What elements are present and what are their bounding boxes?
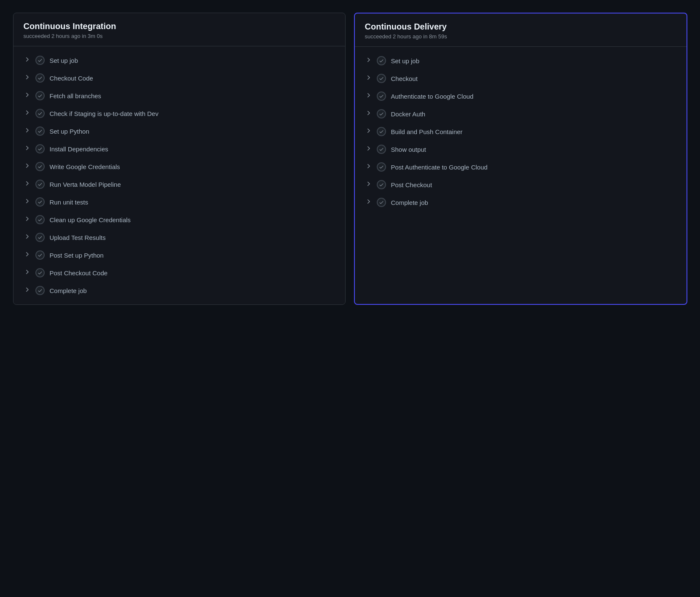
cd-steps-list: Set up job Checkout Authenticate to Goog…: [355, 47, 687, 216]
step-label: Check if Staging is up-to-date with Dev: [50, 110, 158, 117]
chevron-right-icon: [24, 233, 30, 242]
chevron-right-icon: [24, 145, 30, 153]
step-item[interactable]: Post Checkout Code: [13, 264, 345, 282]
cd-subtitle: succeeded 2 hours ago in 8m 59s: [365, 33, 676, 40]
chevron-right-icon: [24, 109, 30, 118]
step-label: Install Dependencies: [50, 145, 108, 153]
step-label: Post Checkout: [391, 181, 432, 188]
ci-panel: Continuous Integration succeeded 2 hours…: [13, 13, 346, 305]
chevron-right-icon: [24, 198, 30, 206]
cd-panel: Continuous Delivery succeeded 2 hours ag…: [354, 13, 687, 305]
cd-title: Continuous Delivery: [365, 22, 676, 32]
step-label: Authenticate to Google Cloud: [391, 93, 474, 100]
chevron-right-icon: [365, 180, 372, 189]
step-label: Write Google Credentials: [50, 163, 120, 170]
ci-title: Continuous Integration: [24, 22, 335, 31]
success-check-icon: [35, 126, 45, 136]
success-check-icon: [35, 180, 45, 189]
success-check-icon: [377, 145, 386, 154]
chevron-right-icon: [24, 269, 30, 277]
success-check-icon: [35, 109, 45, 118]
success-check-icon: [377, 127, 386, 136]
step-item[interactable]: Install Dependencies: [13, 140, 345, 158]
step-item[interactable]: Post Checkout: [355, 176, 687, 194]
success-check-icon: [35, 215, 45, 224]
success-check-icon: [377, 198, 386, 207]
step-item[interactable]: Fetch all branches: [13, 87, 345, 105]
step-item[interactable]: Post Set up Python: [13, 246, 345, 264]
success-check-icon: [377, 180, 386, 189]
step-item[interactable]: Check if Staging is up-to-date with Dev: [13, 105, 345, 122]
step-label: Post Set up Python: [50, 252, 104, 259]
ci-panel-header: Continuous Integration succeeded 2 hours…: [13, 13, 345, 46]
step-label: Checkout: [391, 75, 418, 82]
success-check-icon: [35, 233, 45, 242]
success-check-icon: [35, 162, 45, 171]
chevron-right-icon: [365, 145, 372, 153]
step-item[interactable]: Build and Push Container: [355, 123, 687, 140]
success-check-icon: [35, 91, 45, 100]
success-check-icon: [35, 286, 45, 295]
step-label: Post Checkout Code: [50, 269, 108, 277]
cd-panel-header: Continuous Delivery succeeded 2 hours ag…: [355, 13, 687, 47]
chevron-right-icon: [24, 56, 30, 65]
chevron-right-icon: [24, 180, 30, 188]
success-check-icon: [377, 91, 386, 101]
chevron-right-icon: [24, 286, 30, 295]
step-label: Complete job: [50, 287, 87, 294]
chevron-right-icon: [365, 74, 372, 83]
main-container: Continuous Integration succeeded 2 hours…: [9, 8, 692, 309]
chevron-right-icon: [365, 110, 372, 118]
step-item[interactable]: Set up job: [355, 52, 687, 70]
ci-subtitle: succeeded 2 hours ago in 3m 0s: [24, 33, 335, 39]
step-item[interactable]: Run unit tests: [13, 193, 345, 211]
chevron-right-icon: [365, 56, 372, 65]
chevron-right-icon: [365, 127, 372, 136]
success-check-icon: [35, 197, 45, 207]
step-label: Build and Push Container: [391, 128, 463, 135]
step-item[interactable]: Authenticate to Google Cloud: [355, 87, 687, 105]
step-item[interactable]: Docker Auth: [355, 105, 687, 123]
chevron-right-icon: [24, 251, 30, 259]
step-item[interactable]: Checkout Code: [13, 69, 345, 87]
success-check-icon: [35, 73, 45, 83]
chevron-right-icon: [365, 163, 372, 171]
success-check-icon: [377, 74, 386, 83]
chevron-right-icon: [24, 127, 30, 135]
success-check-icon: [35, 268, 45, 277]
step-label: Run unit tests: [50, 199, 89, 206]
chevron-right-icon: [24, 162, 30, 171]
step-item[interactable]: Post Authenticate to Google Cloud: [355, 158, 687, 176]
step-label: Checkout Code: [50, 75, 93, 82]
chevron-right-icon: [365, 92, 372, 100]
chevron-right-icon: [24, 91, 30, 100]
step-label: Post Authenticate to Google Cloud: [391, 164, 488, 171]
success-check-icon: [35, 144, 45, 153]
success-check-icon: [377, 162, 386, 172]
step-item[interactable]: Clean up Google Credentials: [13, 211, 345, 229]
step-label: Show output: [391, 146, 426, 153]
step-item[interactable]: Complete job: [355, 194, 687, 211]
step-item[interactable]: Set up Python: [13, 122, 345, 140]
step-item[interactable]: Set up job: [13, 51, 345, 69]
success-check-icon: [35, 56, 45, 65]
step-label: Docker Auth: [391, 110, 426, 118]
step-label: Fetch all branches: [50, 92, 102, 100]
success-check-icon: [35, 250, 45, 260]
step-label: Complete job: [391, 199, 428, 206]
step-label: Set up job: [391, 57, 420, 65]
chevron-right-icon: [24, 74, 30, 82]
step-label: Run Verta Model Pipeline: [50, 181, 121, 188]
step-item[interactable]: Write Google Credentials: [13, 158, 345, 175]
step-item[interactable]: Complete job: [13, 282, 345, 299]
success-check-icon: [377, 56, 386, 65]
ci-steps-list: Set up job Checkout Code Fetch all branc…: [13, 46, 345, 304]
success-check-icon: [377, 109, 386, 118]
step-item[interactable]: Run Verta Model Pipeline: [13, 175, 345, 193]
chevron-right-icon: [365, 198, 372, 207]
step-label: Set up Python: [50, 128, 89, 135]
step-item[interactable]: Show output: [355, 140, 687, 158]
step-item[interactable]: Upload Test Results: [13, 229, 345, 246]
step-label: Clean up Google Credentials: [50, 216, 131, 223]
step-item[interactable]: Checkout: [355, 70, 687, 87]
